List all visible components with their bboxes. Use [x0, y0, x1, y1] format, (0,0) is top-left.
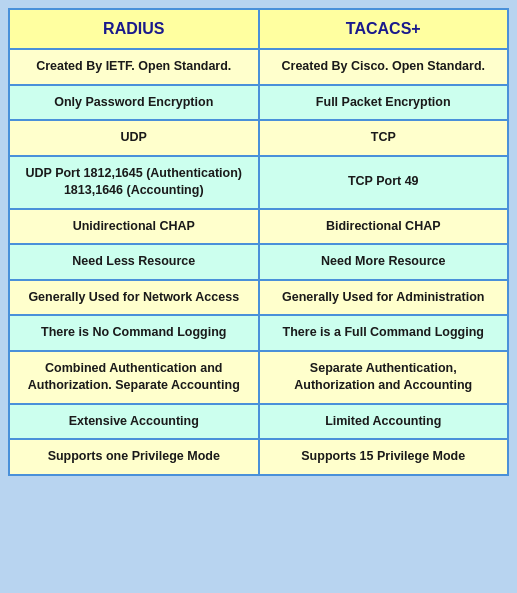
radius-cell: UDP — [9, 120, 259, 156]
radius-cell: Need Less Resource — [9, 244, 259, 280]
table-row: There is No Command LoggingThere is a Fu… — [9, 315, 508, 351]
tacacs-cell: TCP Port 49 — [259, 156, 509, 209]
radius-cell: Unidirectional CHAP — [9, 209, 259, 245]
header-tacacs: TACACS+ — [259, 9, 509, 49]
comparison-table: RADIUS TACACS+ Created By IETF. Open Sta… — [8, 8, 509, 476]
radius-cell: Combined Authentication and Authorizatio… — [9, 351, 259, 404]
radius-cell: There is No Command Logging — [9, 315, 259, 351]
tacacs-cell: TCP — [259, 120, 509, 156]
tacacs-cell: Created By Cisco. Open Standard. — [259, 49, 509, 85]
table-row: Only Password EncryptionFull Packet Encr… — [9, 85, 508, 121]
table-row: Combined Authentication and Authorizatio… — [9, 351, 508, 404]
radius-cell: Supports one Privilege Mode — [9, 439, 259, 475]
radius-cell: Created By IETF. Open Standard. — [9, 49, 259, 85]
tacacs-cell: Generally Used for Administration — [259, 280, 509, 316]
tacacs-cell: Need More Resource — [259, 244, 509, 280]
tacacs-cell: Separate Authentication, Authorization a… — [259, 351, 509, 404]
tacacs-cell: Full Packet Encryption — [259, 85, 509, 121]
table-row: Unidirectional CHAPBidirectional CHAP — [9, 209, 508, 245]
table-row: Need Less ResourceNeed More Resource — [9, 244, 508, 280]
table-row: UDPTCP — [9, 120, 508, 156]
radius-cell: Generally Used for Network Access — [9, 280, 259, 316]
table-row: UDP Port 1812,1645 (Authentication)1813,… — [9, 156, 508, 209]
radius-cell: UDP Port 1812,1645 (Authentication)1813,… — [9, 156, 259, 209]
table-row: Supports one Privilege ModeSupports 15 P… — [9, 439, 508, 475]
radius-cell: Only Password Encryption — [9, 85, 259, 121]
comparison-table-wrapper: RADIUS TACACS+ Created By IETF. Open Sta… — [8, 8, 509, 476]
table-row: Created By IETF. Open Standard.Created B… — [9, 49, 508, 85]
tacacs-cell: Limited Accounting — [259, 404, 509, 440]
radius-cell: Extensive Accounting — [9, 404, 259, 440]
header-radius: RADIUS — [9, 9, 259, 49]
tacacs-cell: There is a Full Command Logging — [259, 315, 509, 351]
table-row: Generally Used for Network AccessGeneral… — [9, 280, 508, 316]
tacacs-cell: Bidirectional CHAP — [259, 209, 509, 245]
tacacs-cell: Supports 15 Privilege Mode — [259, 439, 509, 475]
table-row: Extensive AccountingLimited Accounting — [9, 404, 508, 440]
